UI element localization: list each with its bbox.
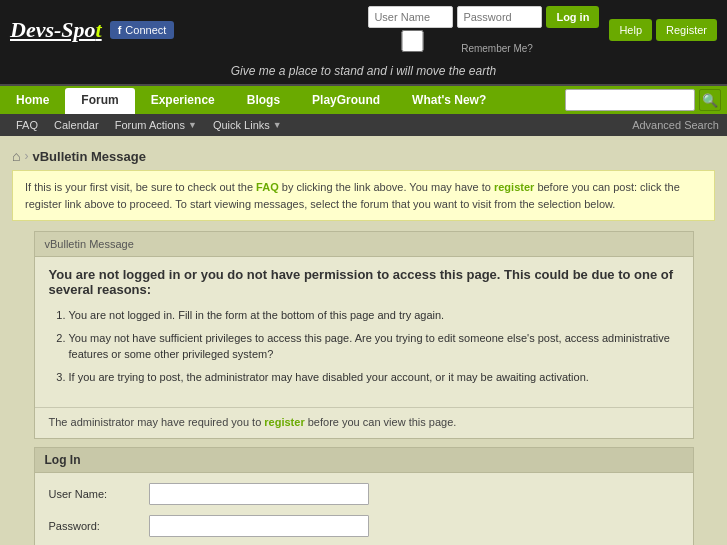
site-header: Devs-Spot f Connect Log in Remember Me? … — [0, 0, 727, 60]
login-right: Log in Remember Me? — [368, 6, 599, 54]
vb-register-notice: The administrator may have required you … — [35, 407, 693, 438]
list-item: If you are trying to post, the administr… — [69, 369, 679, 386]
login-form-header: Log In — [35, 448, 693, 473]
nav-item-whats-new[interactable]: What's New? — [396, 86, 502, 114]
login-form-body: User Name: Password: — [35, 473, 693, 545]
list-item: You may not have sufficient privileges t… — [69, 330, 679, 363]
main-navigation: Home Forum Experience Blogs PlayGround W… — [0, 86, 727, 114]
logo-area: Devs-Spot f Connect — [10, 17, 174, 43]
facebook-icon: f — [118, 24, 122, 36]
nav-item-home[interactable]: Home — [0, 86, 65, 114]
home-icon[interactable]: ⌂ — [12, 148, 20, 164]
login-password-input[interactable] — [149, 515, 369, 537]
vb-message-header: vBulletin Message — [35, 232, 693, 257]
vb-message-reasons-list: You are not logged in. Fill in the form … — [49, 307, 679, 385]
username-input[interactable] — [368, 6, 453, 28]
nav-item-playground[interactable]: PlayGround — [296, 86, 396, 114]
nav-search: 🔍 — [565, 89, 727, 111]
page-title: vBulletin Message — [32, 149, 145, 164]
search-icon: 🔍 — [702, 93, 718, 108]
password-label: Password: — [49, 520, 149, 532]
nav-search-input[interactable] — [565, 89, 695, 111]
breadcrumb-separator: › — [24, 149, 28, 163]
facebook-connect-button[interactable]: f Connect — [110, 21, 175, 39]
login-username-input[interactable] — [149, 483, 369, 505]
login-inputs: Log in — [368, 6, 599, 28]
site-logo: Devs-Spot — [10, 17, 102, 43]
password-input[interactable] — [457, 6, 542, 28]
quick-links-dropdown-arrow: ▼ — [273, 120, 282, 130]
page-content: ⌂ › vBulletin Message If this is your fi… — [0, 136, 727, 545]
username-label: User Name: — [49, 488, 149, 500]
breadcrumb: ⌂ › vBulletin Message — [12, 144, 715, 170]
login-button[interactable]: Log in — [546, 6, 599, 28]
sub-nav-forum-actions[interactable]: Forum Actions ▼ — [107, 117, 205, 133]
notice-faq-link[interactable]: FAQ — [256, 181, 279, 193]
login-area: Log in Remember Me? Help Register — [368, 6, 717, 54]
password-row: Password: — [49, 515, 679, 537]
nav-item-experience[interactable]: Experience — [135, 86, 231, 114]
help-button[interactable]: Help — [609, 19, 652, 41]
nav-item-forum[interactable]: Forum — [65, 88, 134, 114]
register-button[interactable]: Register — [656, 19, 717, 41]
vb-register-link[interactable]: register — [264, 416, 304, 428]
sub-nav-quick-links[interactable]: Quick Links ▼ — [205, 117, 290, 133]
site-tagline: Give me a place to stand and i will move… — [0, 60, 727, 86]
sub-nav-faq[interactable]: FAQ — [8, 117, 46, 133]
notice-register-link[interactable]: register — [494, 181, 534, 193]
vbulletin-message-box: vBulletin Message You are not logged in … — [34, 231, 694, 439]
sub-navigation: FAQ Calendar Forum Actions ▼ Quick Links… — [0, 114, 727, 136]
forum-actions-dropdown-arrow: ▼ — [188, 120, 197, 130]
username-row: User Name: — [49, 483, 679, 505]
nav-search-button[interactable]: 🔍 — [699, 89, 721, 111]
remember-me-label: Remember Me? — [368, 30, 532, 54]
nav-item-blogs[interactable]: Blogs — [231, 86, 296, 114]
sub-nav-calendar[interactable]: Calendar — [46, 117, 107, 133]
login-form-container: Log In User Name: Password: — [34, 447, 694, 545]
advanced-search-link[interactable]: Advanced Search — [632, 119, 719, 131]
notice-box: If this is your first visit, be sure to … — [12, 170, 715, 221]
list-item: You are not logged in. Fill in the form … — [69, 307, 679, 324]
remember-me-checkbox[interactable] — [370, 30, 455, 52]
vb-message-body: You are not logged in or you do not have… — [35, 257, 693, 407]
vb-message-title: You are not logged in or you do not have… — [49, 267, 679, 297]
